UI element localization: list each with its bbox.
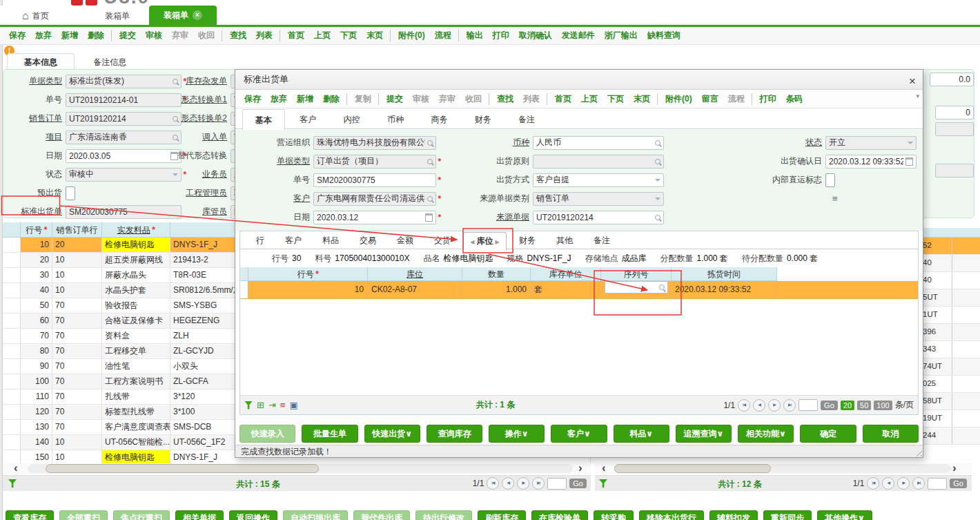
- toolbar-overflow-icon[interactable]: ▾: [916, 93, 919, 99]
- toolbar-item[interactable]: 放弃: [266, 93, 292, 105]
- search-icon[interactable]: [655, 140, 660, 146]
- direct-ship-checkbox[interactable]: [825, 173, 835, 187]
- scroll-thumb[interactable]: [614, 464, 771, 473]
- action-button[interactable]: 辅料扣发: [709, 510, 758, 520]
- toolbar-item[interactable]: 列表: [251, 30, 277, 41]
- toolbar-item[interactable]: 下页: [335, 30, 362, 41]
- toolbar-item[interactable]: 流程: [723, 93, 749, 105]
- nav-tab-home[interactable]: ⌂首页: [22, 8, 49, 23]
- row-selector-cell[interactable]: [3, 389, 21, 404]
- toolbar-item[interactable]: 取消确认: [514, 30, 557, 41]
- field-input[interactable]: UT2019120214-01: [66, 93, 182, 107]
- toolbar-item[interactable]: 保存: [239, 93, 266, 105]
- tab-scroll-right-icon[interactable]: ▶: [493, 239, 502, 245]
- toolbar-item[interactable]: 缺料查询: [643, 30, 685, 41]
- first-page-button[interactable]: |◀: [738, 399, 750, 412]
- field-input[interactable]: [533, 155, 664, 168]
- column-header[interactable]: 序列号*: [601, 267, 672, 281]
- dialog-action-button[interactable]: 确定: [800, 425, 856, 443]
- field-input[interactable]: SM2020030775: [66, 205, 182, 219]
- dialog-action-button[interactable]: 追溯查询∨: [676, 425, 732, 443]
- nav-tab-packing-list-active[interactable]: 装箱单×: [149, 6, 217, 25]
- toolbar-item[interactable]: 末页: [362, 30, 388, 41]
- toolbar-item[interactable]: 附件(0): [657, 93, 697, 105]
- column-header[interactable]: 拣货时间*: [672, 267, 777, 281]
- next-page-button[interactable]: ▶: [897, 477, 910, 490]
- toolbar-item[interactable]: 打印: [488, 30, 514, 41]
- field-input[interactable]: 人民币: [533, 136, 664, 150]
- detail-tab[interactable]: 交易: [349, 231, 386, 250]
- toolbar-item[interactable]: 末页: [629, 93, 655, 105]
- row-selector-cell[interactable]: [3, 329, 21, 343]
- table-row[interactable]: 19UT: [922, 410, 980, 427]
- tab-scroll-left-icon[interactable]: ◀: [468, 239, 476, 245]
- field-input[interactable]: UT2019120214: [66, 112, 182, 126]
- page-input[interactable]: [928, 478, 947, 490]
- toolbar-item[interactable]: 审核: [141, 30, 167, 41]
- scroll-left-icon[interactable]: ‹: [602, 461, 606, 475]
- dialog-action-button[interactable]: 快速录入: [239, 425, 295, 443]
- toolbar-item[interactable]: 收回: [460, 93, 487, 105]
- clipped-field[interactable]: 0.0: [930, 73, 974, 86]
- row-selector-cell[interactable]: [3, 283, 21, 298]
- column-header[interactable]: 库存单位*: [531, 267, 601, 281]
- toolbar-item[interactable]: 放弃: [30, 30, 57, 41]
- action-button[interactable]: 在库检验单: [531, 510, 588, 520]
- close-icon[interactable]: ×: [909, 72, 916, 91]
- column-header[interactable]: 销售订单行*: [52, 222, 102, 238]
- action-button[interactable]: 刷新库存: [478, 510, 526, 520]
- calendar-icon[interactable]: [905, 157, 913, 166]
- detail-tab[interactable]: 金额: [386, 231, 424, 250]
- table-row[interactable]: 1UT: [922, 307, 980, 324]
- next-page-button[interactable]: ▶: [517, 477, 529, 490]
- page-input[interactable]: [547, 478, 567, 490]
- detail-tab[interactable]: 料品: [312, 231, 349, 250]
- toolbar-item[interactable]: 上页: [576, 93, 602, 105]
- column-header[interactable]: 实发料品*: [102, 222, 170, 238]
- row-selector-cell[interactable]: [3, 298, 21, 313]
- first-page-button[interactable]: |◀: [867, 477, 879, 490]
- action-button[interactable]: 查看库存: [6, 510, 54, 520]
- field-input[interactable]: 珠海优特电力科技股份有限公司: [313, 136, 436, 150]
- dialog-action-button[interactable]: 相关功能∨: [738, 425, 794, 443]
- toolbar-item[interactable]: 弃审: [434, 93, 460, 105]
- detail-tab[interactable]: 行: [246, 231, 275, 250]
- go-button[interactable]: Go: [569, 479, 587, 488]
- go-button[interactable]: Go: [950, 479, 967, 488]
- row-selector-cell[interactable]: [3, 420, 21, 434]
- last-page-button[interactable]: ▶|: [783, 399, 796, 412]
- table-row[interactable]: 244: [922, 427, 980, 445]
- toolbar-item[interactable]: 上页: [309, 30, 335, 41]
- calendar-icon[interactable]: [425, 213, 433, 222]
- page-size-100-button[interactable]: 100: [874, 401, 892, 410]
- dialog-tab[interactable]: 备注: [506, 109, 547, 130]
- toolbar-item[interactable]: 下页: [602, 93, 629, 105]
- page-size-50-button[interactable]: 50: [857, 401, 871, 410]
- table-row[interactable]: 52: [922, 238, 980, 255]
- detail-tab-location-active[interactable]: ◀库位▶: [463, 232, 506, 251]
- column-header[interactable]: 数量*: [462, 267, 531, 281]
- field-input[interactable]: 2020.03.05: [66, 149, 182, 163]
- insert-row-icon[interactable]: ⇥: [268, 401, 276, 410]
- field-input[interactable]: 销售订单: [533, 192, 664, 206]
- column-header[interactable]: *: [240, 267, 248, 281]
- action-button[interactable]: 移除本出货行: [639, 510, 704, 520]
- action-button[interactable]: 转采购: [594, 510, 634, 520]
- dialog-action-button[interactable]: 操作∨: [489, 425, 545, 443]
- last-page-button[interactable]: ▶|: [532, 477, 545, 490]
- confirm-date-input[interactable]: 2020.03.12 09:33:52: [825, 155, 917, 168]
- action-button[interactable]: 自动扫描出库: [283, 510, 348, 520]
- dialog-tab[interactable]: 内控: [331, 109, 373, 130]
- filter-icon[interactable]: [244, 401, 253, 410]
- prev-page-button[interactable]: ◀: [882, 477, 894, 490]
- action-button[interactable]: 待出行修改: [415, 510, 472, 520]
- column-header[interactable]: *: [3, 222, 21, 238]
- toolbar-item[interactable]: 审核: [408, 93, 434, 105]
- prev-page-button[interactable]: ◀: [502, 477, 514, 490]
- field-input[interactable]: 客户自提: [533, 173, 664, 187]
- dialog-tab[interactable]: 币种: [375, 109, 416, 130]
- toolbar-item[interactable]: 新增: [57, 30, 83, 41]
- row-selector-cell[interactable]: [3, 359, 21, 374]
- column-header[interactable]: 库位*: [368, 267, 462, 281]
- toolbar-item[interactable]: 弃审: [167, 30, 193, 41]
